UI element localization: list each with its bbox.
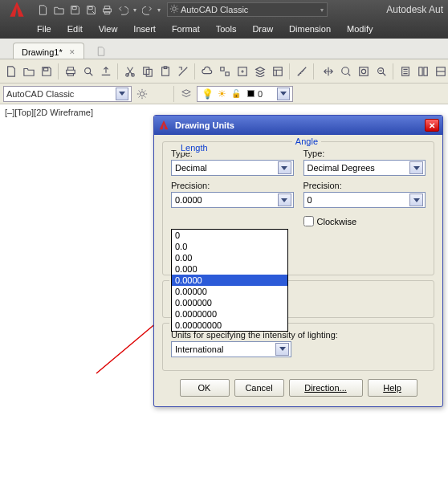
precision-option[interactable]: 0.00000 — [172, 286, 287, 297]
precision-option[interactable]: 0.0000000 — [172, 308, 287, 320]
save-icon[interactable] — [67, 2, 82, 17]
undo-icon[interactable] — [116, 2, 130, 17]
drawing-units-dialog: Drawing Units ✕ Length Type: Decimal Pre… — [153, 115, 443, 407]
precision-option[interactable]: 0.00000000 — [172, 320, 287, 331]
print-icon[interactable] — [63, 63, 78, 79]
svg-point-14 — [361, 69, 365, 73]
menu-view[interactable]: View — [99, 24, 118, 34]
new-icon[interactable] — [3, 63, 18, 79]
zoom-extents-icon[interactable] — [338, 63, 353, 79]
svg-point-12 — [341, 67, 348, 74]
paste-icon[interactable] — [157, 63, 173, 79]
menu-edit[interactable]: Edit — [67, 24, 83, 34]
precision-option[interactable]: 0.0000 — [172, 275, 287, 286]
gear-icon[interactable] — [135, 87, 149, 101]
cancel-button[interactable]: Cancel — [234, 379, 284, 397]
zoom-prev-icon[interactable] — [373, 63, 389, 79]
length-legend: Length — [177, 143, 211, 153]
workspace-selector[interactable]: AutoCAD Classic ▾ — [167, 2, 328, 17]
workspace-combo[interactable]: AutoCAD Classic — [3, 86, 132, 102]
menu-format[interactable]: Format — [172, 24, 200, 34]
open-icon[interactable] — [51, 2, 66, 17]
precision-option[interactable]: 0.00 — [172, 252, 287, 263]
precision-option[interactable]: 0.0 — [172, 241, 287, 252]
copy-icon[interactable] — [140, 63, 155, 79]
angle-type-label: Type: — [303, 149, 426, 158]
publish-icon[interactable] — [98, 63, 113, 79]
menu-tools[interactable]: Tools — [216, 24, 237, 34]
chevron-down-icon — [277, 88, 290, 100]
menu-insert[interactable]: Insert — [133, 24, 156, 34]
doc-tab-active[interactable]: Drawing1* ✕ — [13, 43, 84, 59]
new-tab-button[interactable] — [88, 43, 115, 59]
lighting-combo[interactable]: International — [171, 341, 291, 357]
unlock-icon: 🔓 — [229, 87, 243, 101]
layer-manager-icon[interactable] — [179, 87, 193, 101]
direction-button[interactable]: Direction... — [289, 379, 363, 397]
redo-dropdown-icon[interactable]: ▾ — [156, 6, 162, 14]
chevron-down-icon: ▾ — [319, 6, 325, 14]
angle-type-combo[interactable]: Decimal Degrees — [303, 160, 426, 176]
menu-modify[interactable]: Modify — [347, 24, 373, 34]
workspace-label: AutoCAD Classic — [181, 5, 319, 14]
document-tabs: Drawing1* ✕ — [0, 39, 448, 59]
bulb-icon: 💡 — [200, 87, 214, 101]
length-precision-combo[interactable]: 0.0000 — [171, 192, 294, 208]
saveas-icon[interactable] — [83, 2, 98, 17]
chevron-down-icon — [275, 343, 289, 356]
svg-rect-11 — [273, 67, 282, 75]
xref-icon[interactable] — [234, 63, 250, 79]
app-icon — [157, 119, 170, 132]
precision-option[interactable]: 0 — [172, 230, 287, 241]
svg-rect-18 — [423, 67, 426, 75]
block-icon[interactable] — [217, 63, 232, 79]
titlebar: ▾ ▾ AutoCAD Classic ▾ Autodesk Aut File … — [0, 0, 448, 39]
open-icon[interactable] — [21, 63, 36, 79]
save-icon[interactable] — [39, 63, 54, 79]
redo-icon[interactable] — [140, 2, 154, 17]
props-icon[interactable] — [270, 63, 285, 79]
cloud-icon[interactable] — [199, 63, 214, 79]
menubar: File Edit View Insert Format Tools Draw … — [0, 19, 448, 39]
precision-option[interactable]: 0.000000 — [172, 297, 287, 308]
angle-precision-combo[interactable]: 0 — [303, 192, 426, 208]
clockwise-label: Clockwise — [317, 217, 357, 226]
menu-draw[interactable]: Draw — [252, 24, 273, 34]
new-icon[interactable] — [35, 2, 50, 17]
zoom-window-icon[interactable] — [356, 63, 371, 79]
help-button[interactable]: Help — [368, 379, 417, 397]
svg-rect-13 — [359, 67, 368, 75]
close-button[interactable]: ✕ — [425, 119, 439, 132]
lighting-value: International — [175, 344, 275, 354]
length-type-value: Decimal — [175, 163, 278, 173]
length-type-combo[interactable]: Decimal — [171, 160, 294, 176]
dialog-titlebar[interactable]: Drawing Units ✕ — [154, 116, 442, 135]
preview-icon[interactable] — [80, 63, 96, 79]
match-icon[interactable] — [175, 63, 190, 79]
tool-palette-icon[interactable] — [433, 63, 448, 79]
precision-dropdown-list[interactable]: 00.00.000.0000.00000.000000.0000000.0000… — [171, 229, 288, 332]
precision-option[interactable]: 0.000 — [172, 263, 287, 275]
clockwise-input[interactable] — [303, 216, 314, 226]
svg-point-20 — [140, 92, 144, 96]
undo-dropdown-icon[interactable]: ▾ — [132, 6, 138, 14]
layer-icon[interactable] — [252, 63, 267, 79]
layer-value: 0 — [258, 89, 275, 99]
palette-icon[interactable] — [415, 63, 430, 79]
svg-rect-8 — [220, 67, 223, 70]
svg-rect-9 — [225, 71, 228, 75]
menu-file[interactable]: File — [37, 24, 51, 34]
sheet-icon[interactable] — [397, 63, 413, 79]
cut-icon[interactable] — [122, 63, 137, 79]
measure-icon[interactable] — [294, 63, 309, 79]
layer-combo[interactable]: 💡 ☀ 🔓 0 — [197, 86, 293, 102]
pan-icon[interactable] — [320, 63, 336, 79]
print-icon[interactable] — [100, 2, 114, 17]
close-icon[interactable]: ✕ — [69, 48, 75, 56]
menu-dimension[interactable]: Dimension — [289, 24, 331, 34]
svg-point-0 — [173, 7, 177, 11]
ok-button[interactable]: OK — [180, 379, 230, 397]
clockwise-checkbox[interactable]: Clockwise — [303, 216, 426, 226]
viewport-label[interactable]: [–][Top][2D Wireframe] — [5, 108, 93, 117]
length-angle-group: Length Type: Decimal Precision: 0.0000 0… — [162, 141, 434, 275]
